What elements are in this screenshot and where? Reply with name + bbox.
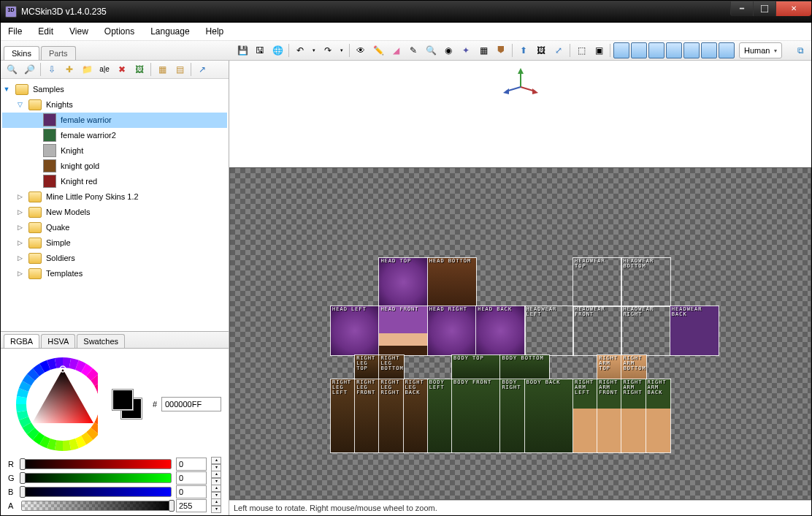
- picker-tool-icon[interactable]: ✎: [405, 42, 421, 58]
- minimize-button[interactable]: ━: [730, 1, 753, 16]
- stamp-tool-icon[interactable]: ⛊: [493, 42, 509, 58]
- menu-language[interactable]: Language: [150, 26, 189, 37]
- upload-icon[interactable]: 🌐: [269, 42, 286, 58]
- 3d-viewport-placeholder[interactable]: [229, 61, 811, 167]
- expand-icon[interactable]: ▷: [15, 223, 24, 232]
- 2d-texture-canvas[interactable]: HEAD TOPHEAD BOTTOMHEAD LEFTHEAD FRONTHE…: [229, 167, 811, 500]
- redo-icon[interactable]: ↷: [320, 42, 336, 58]
- uv-cell[interactable]: RIGHT ARM TOP: [597, 355, 621, 379]
- tree-folder-item[interactable]: ▷Templates: [2, 266, 227, 281]
- uv-cell[interactable]: BODY FRONT: [452, 379, 500, 452]
- tree-skin-item[interactable]: knight gold: [2, 159, 227, 174]
- delete-icon[interactable]: ✖: [114, 61, 130, 77]
- menu-file[interactable]: File: [8, 26, 22, 37]
- tree-root-label[interactable]: Samples: [33, 85, 64, 94]
- tree-folder-label[interactable]: Knights: [46, 100, 73, 109]
- darken-tool-icon[interactable]: ✦: [458, 42, 474, 58]
- uv-cell[interactable]: HEADWEAR FRONT: [573, 306, 621, 354]
- clone-icon[interactable]: 🖼: [131, 61, 148, 77]
- channel-slider[interactable]: [21, 487, 172, 497]
- uv-cell[interactable]: RIGHT LEG LEFT: [331, 379, 355, 452]
- uv-cell[interactable]: HEAD RIGHT: [428, 306, 476, 354]
- tree-folder-item[interactable]: ▷Soldiers: [2, 251, 227, 266]
- eraser-tool-icon[interactable]: ◢: [388, 42, 404, 58]
- view-head-icon[interactable]: [613, 42, 629, 58]
- uv-cell[interactable]: RIGHT LEG FRONT: [355, 379, 379, 452]
- import-icon[interactable]: ⇩: [44, 61, 60, 77]
- hex-input[interactable]: [161, 397, 221, 411]
- uv-cell[interactable]: HEADWEAR LEFT: [525, 306, 573, 354]
- menu-options[interactable]: Options: [104, 26, 134, 37]
- tree-skin-item[interactable]: Knight red: [2, 174, 227, 189]
- uv-cell[interactable]: RIGHT LEG RIGHT: [379, 379, 403, 452]
- channel-slider[interactable]: [21, 473, 172, 483]
- noise-tool-icon[interactable]: ▦: [475, 42, 491, 58]
- newskin-icon[interactable]: ✚: [61, 61, 77, 77]
- uv-cell[interactable]: RIGHT ARM BACK: [646, 379, 670, 452]
- tab-rgba[interactable]: RGBA: [4, 334, 39, 348]
- redo-dropdown-icon[interactable]: ▾: [337, 42, 346, 58]
- swatch-pair[interactable]: [112, 390, 138, 419]
- view-leftleg-icon[interactable]: [701, 42, 717, 58]
- dodge-tool-icon[interactable]: 🔍: [423, 42, 439, 58]
- uv-cell[interactable]: RIGHT ARM RIGHT: [621, 379, 646, 452]
- channel-input[interactable]: [176, 471, 207, 485]
- uv-cell[interactable]: BODY LEFT: [428, 379, 452, 452]
- undo-dropdown-icon[interactable]: ▾: [310, 42, 318, 58]
- camera-tool-icon[interactable]: 👁: [353, 42, 369, 58]
- maximize-button[interactable]: [753, 1, 775, 16]
- uv-cell[interactable]: HEAD BACK: [476, 306, 524, 354]
- move-icon[interactable]: ▣: [591, 42, 607, 58]
- uv-cell[interactable]: HEAD FRONT: [379, 306, 427, 354]
- expand-icon[interactable]: ▷: [15, 269, 24, 278]
- uv-cell[interactable]: RIGHT ARM BOTTOM: [621, 355, 646, 379]
- uv-cell[interactable]: BODY RIGHT: [500, 379, 524, 452]
- select-tool-icon[interactable]: ⤢: [551, 42, 567, 58]
- model-selector[interactable]: Human ▾: [739, 42, 782, 58]
- uv-cell[interactable]: HEAD LEFT: [331, 306, 379, 354]
- channel-slider[interactable]: [21, 501, 172, 511]
- uv-cell[interactable]: RIGHT LEG BACK: [404, 379, 428, 452]
- uv-cell[interactable]: RIGHT ARM FRONT: [597, 379, 621, 452]
- save-icon[interactable]: 💾: [234, 42, 250, 58]
- view-chest-icon[interactable]: [648, 42, 664, 58]
- uv-cell[interactable]: RIGHT LEG BOTTOM: [379, 355, 403, 379]
- tree-skin-item[interactable]: Knight: [2, 143, 227, 159]
- selection-icon[interactable]: ⬚: [573, 42, 589, 58]
- channel-input[interactable]: [176, 499, 207, 512]
- grid-small-icon[interactable]: ▤: [172, 61, 188, 77]
- foreground-swatch[interactable]: [112, 390, 133, 410]
- uv-cell[interactable]: HEADWEAR RIGHT: [621, 306, 670, 354]
- view-leftarm-icon[interactable]: [666, 42, 682, 58]
- zoom-in-icon[interactable]: 🔎: [21, 61, 37, 77]
- view-rightleg-icon[interactable]: [719, 42, 735, 58]
- uv-cell[interactable]: RIGHT ARM LEFT: [573, 379, 597, 452]
- uv-cell[interactable]: HEADWEAR TOP: [573, 258, 621, 306]
- uv-cell[interactable]: BODY BACK: [525, 379, 573, 452]
- expand-icon[interactable]: ▼: [2, 85, 11, 94]
- tab-parts[interactable]: Parts: [41, 46, 76, 60]
- tree-skin-item[interactable]: female warrior: [2, 113, 227, 128]
- view-helmet-icon[interactable]: [631, 42, 647, 58]
- zoom-out-icon[interactable]: 🔍: [4, 61, 20, 77]
- tree-folder-item[interactable]: ▷New Models: [2, 205, 227, 220]
- expand-icon[interactable]: ▷: [15, 254, 24, 262]
- channel-spinner[interactable]: ▴▾: [211, 471, 221, 485]
- tree-folder-item[interactable]: ▷Quake: [2, 220, 227, 235]
- grid-large-icon[interactable]: ▦: [154, 61, 170, 77]
- fetch-icon[interactable]: ↗: [194, 61, 210, 77]
- expand-icon[interactable]: ▷: [15, 208, 24, 216]
- channel-spinner[interactable]: ▴▾: [211, 498, 221, 513]
- uv-cell[interactable]: BODY BOTTOM: [500, 355, 548, 379]
- expand-icon[interactable]: ▷: [15, 192, 24, 201]
- uv-cell[interactable]: RIGHT LEG TOP: [355, 355, 379, 379]
- tree-folder-item[interactable]: ▷Simple: [2, 235, 227, 251]
- color-wheel[interactable]: [8, 353, 98, 455]
- view-rightarm-icon[interactable]: [683, 42, 700, 58]
- fill-tool-icon[interactable]: ⬆: [516, 42, 532, 58]
- uv-cell[interactable]: HEADWEAR BACK: [670, 306, 719, 354]
- expand-icon[interactable]: ▽: [15, 100, 24, 109]
- split-view-icon[interactable]: ⧉: [792, 42, 808, 58]
- menu-edit[interactable]: Edit: [38, 26, 53, 37]
- tab-hsva[interactable]: HSVA: [41, 334, 75, 348]
